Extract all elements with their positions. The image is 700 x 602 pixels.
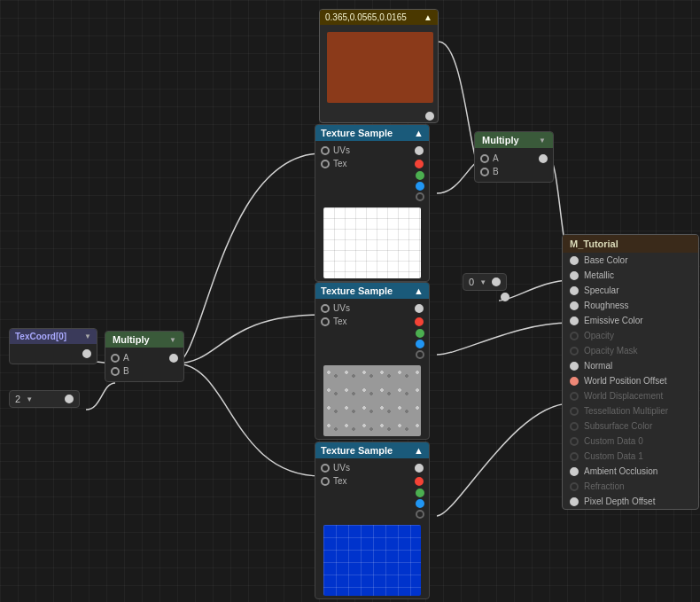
uvs-pin-row-2: UVs <box>315 301 429 315</box>
expand-icon-1[interactable]: ▲ <box>414 128 424 138</box>
mat-pin-normal: Normal <box>563 358 698 373</box>
pdo-pin[interactable] <box>570 497 579 506</box>
output-pin[interactable] <box>425 112 434 121</box>
tex-input-1[interactable] <box>321 160 330 168</box>
a-input-2[interactable] <box>480 154 489 163</box>
a-pin-row-1: A <box>105 351 183 364</box>
opacity-mask-pin[interactable] <box>570 347 579 356</box>
normal-pin[interactable] <box>570 362 579 371</box>
b-input-1[interactable] <box>111 367 120 376</box>
val-0-dropdown[interactable]: ▼ <box>479 278 486 286</box>
val-0-below-pin[interactable] <box>501 293 509 301</box>
green-out-1[interactable] <box>416 171 424 180</box>
mat-pin-wd: World Displacement <box>563 388 698 403</box>
b-pin-row-1: B <box>105 364 183 378</box>
uvs-label-3: UVs <box>333 463 350 473</box>
alpha-out-3[interactable] <box>416 510 424 519</box>
constant-color-node: 0.365,0.0565,0.0165 ▲ <box>319 9 439 123</box>
blue-out-2[interactable] <box>416 340 424 348</box>
multiply-node-1: Multiply ▼ A B <box>105 331 184 382</box>
tex-input-2[interactable] <box>321 317 330 326</box>
tex-input-3[interactable] <box>321 477 330 486</box>
uvs-input-3[interactable] <box>321 464 330 473</box>
alpha-out-1[interactable] <box>416 192 424 201</box>
mat-pin-specular: Specular <box>563 283 698 298</box>
wd-label: World Displacement <box>584 391 663 401</box>
multiply-node-2: Multiply ▼ A B <box>474 131 554 183</box>
base-color-pin[interactable] <box>570 256 579 265</box>
mat-pin-ao: Ambient Occlusion <box>563 464 698 479</box>
opacity-label: Opacity <box>584 331 614 340</box>
dropdown-1[interactable]: ▼ <box>169 336 176 344</box>
ao-pin[interactable] <box>570 467 579 476</box>
tex-pins-1: UVs Tex <box>315 141 429 205</box>
tex-label-2: Texture Sample <box>321 285 393 296</box>
texcoord-dropdown[interactable]: ▼ <box>84 332 91 340</box>
tex-pins-2: UVs Tex <box>315 299 429 363</box>
constant-label: 0.365,0.0565,0.0165 <box>325 12 407 22</box>
material-header: M_Tutorial <box>563 235 698 253</box>
specular-pin[interactable] <box>570 286 579 295</box>
ssc-pin[interactable] <box>570 422 579 431</box>
texcoord-out-row <box>10 348 97 360</box>
a-pin-row-2: A <box>475 152 553 165</box>
wpo-label: World Position Offset <box>584 376 667 386</box>
val-0-output[interactable] <box>492 278 501 286</box>
uvs-output-1[interactable] <box>415 146 424 155</box>
texture-sample-1: Texture Sample ▲ UVs Tex <box>315 124 430 282</box>
cd0-label: Custom Data 0 <box>584 436 643 446</box>
specular-label: Specular <box>584 285 618 295</box>
alpha-out-2[interactable] <box>416 350 424 359</box>
mult-label-2: Multiply <box>482 135 519 145</box>
mat-pin-opacity: Opacity <box>563 328 698 343</box>
val-2-dropdown[interactable]: ▼ <box>26 395 33 403</box>
tex-output-3[interactable] <box>415 477 424 486</box>
mat-pin-cd0: Custom Data 0 <box>563 434 698 449</box>
roughness-pin[interactable] <box>570 301 579 310</box>
mult-output-1[interactable] <box>169 354 178 363</box>
tex-header-2: Texture Sample ▲ <box>315 283 429 299</box>
green-out-3[interactable] <box>416 489 424 497</box>
material-panel: M_Tutorial Base Color Metallic Specular … <box>562 234 699 510</box>
base-color-label: Base Color <box>584 255 627 265</box>
uvs-output-3[interactable] <box>415 464 424 473</box>
refraction-pin[interactable] <box>570 482 579 491</box>
mat-pin-opacity-mask: Opacity Mask <box>563 343 698 358</box>
blue-out-3[interactable] <box>416 499 424 508</box>
mult-output-2[interactable] <box>539 154 548 163</box>
b-input-2[interactable] <box>480 168 489 176</box>
tex-preview-1 <box>323 207 421 278</box>
dropdown-2[interactable]: ▼ <box>539 137 546 145</box>
opacity-pin[interactable] <box>570 332 579 340</box>
val-2-output[interactable] <box>65 395 74 403</box>
mat-pin-base-color: Base Color <box>563 253 698 268</box>
wpo-pin[interactable] <box>570 377 579 386</box>
uvs-input-2[interactable] <box>321 304 330 313</box>
expand-icon-2[interactable]: ▲ <box>414 285 424 296</box>
expand-icon[interactable]: ▲ <box>424 12 432 22</box>
tex-output-2[interactable] <box>415 317 424 326</box>
green-out-2[interactable] <box>416 329 424 338</box>
tex-header-1: Texture Sample ▲ <box>315 125 429 141</box>
texture-sample-3: Texture Sample ▲ UVs Tex <box>315 442 430 599</box>
tess-pin[interactable] <box>570 407 579 416</box>
blue-out-1[interactable] <box>416 182 424 191</box>
cd0-pin[interactable] <box>570 437 579 446</box>
cd1-label: Custom Data 1 <box>584 451 643 461</box>
value-0-node: 0 ▼ <box>463 273 507 291</box>
tex-pins-3: UVs Tex <box>315 458 429 522</box>
cd1-pin[interactable] <box>570 452 579 461</box>
texcoord-body <box>10 344 97 364</box>
wd-pin[interactable] <box>570 392 579 401</box>
material-body: Base Color Metallic Specular Roughness E… <box>563 253 698 509</box>
a-input-1[interactable] <box>111 354 120 363</box>
texcoord-output[interactable] <box>82 349 91 358</box>
uvs-input-1[interactable] <box>321 146 330 155</box>
uvs-output-2[interactable] <box>415 304 424 313</box>
tex-output-1[interactable] <box>415 160 424 168</box>
emissive-pin[interactable] <box>570 317 579 325</box>
expand-icon-3[interactable]: ▲ <box>414 445 424 456</box>
metallic-pin[interactable] <box>570 271 579 280</box>
texcoord-label: TexCoord[0] <box>15 332 66 341</box>
emissive-label: Emissive Color <box>584 316 643 325</box>
